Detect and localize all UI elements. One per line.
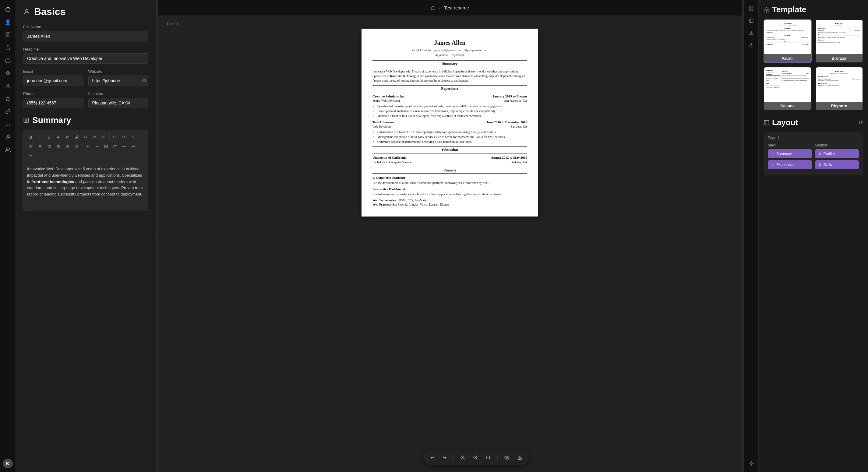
email-group: Email [23, 69, 84, 86]
email-input[interactable] [23, 75, 84, 86]
template-kakuna[interactable]: John Doe john@email.com Education Univer… [764, 67, 812, 111]
job-1-header: Creative Solutions Inc. January 2019 to … [372, 94, 527, 99]
ordered-list-btn[interactable]: 1.2.3. [72, 142, 81, 151]
profile-nav-icon[interactable]: 👤 [2, 17, 13, 27]
layout-icon[interactable] [746, 16, 756, 26]
share-nav-icon[interactable] [2, 42, 13, 53]
phone-input[interactable] [23, 98, 84, 108]
svg-point-12 [26, 9, 28, 12]
image-btn[interactable] [102, 142, 110, 151]
zoom-out-button[interactable] [472, 454, 479, 461]
eye-button[interactable] [503, 454, 510, 461]
link-btn[interactable] [72, 133, 81, 141]
mention-btn[interactable]: @ [63, 133, 71, 141]
headline-input[interactable] [23, 53, 148, 64]
toolbar-sep-2 [497, 454, 498, 461]
svg-point-78 [773, 154, 773, 154]
sidebar-column-label: Sidebar [815, 143, 859, 147]
svg-line-45 [464, 459, 464, 460]
download-right-icon[interactable] [746, 28, 756, 38]
layout-profiles-item[interactable]: Profiles [815, 149, 859, 158]
redo-button[interactable]: ↪ [441, 453, 448, 462]
layout-title-row: Layout [764, 118, 798, 127]
middle-panel: / Test resume Page 1 James Allen (555) 1… [158, 0, 742, 472]
home-nav-icon[interactable] [2, 4, 13, 14]
svg-point-53 [506, 457, 507, 458]
copy-btn[interactable]: ⧉ [90, 133, 99, 141]
link-nav-icon[interactable] [2, 106, 13, 117]
breadcrumb-separator: / [439, 5, 440, 10]
user-nav-icon[interactable] [2, 81, 13, 91]
svg-point-82 [773, 164, 773, 164]
outdent-btn[interactable]: ⇤ [84, 142, 92, 151]
headline-group: Headline [23, 47, 148, 64]
code-btn[interactable]: <> [81, 133, 90, 141]
puzzle-nav-icon[interactable] [2, 68, 13, 78]
drag-icon [771, 152, 775, 156]
main-column: Main Summary Experience [768, 143, 812, 171]
phone-label: Phone [23, 91, 84, 96]
indent-btn[interactable]: ⇥ [93, 142, 101, 151]
website-input[interactable] [88, 75, 149, 86]
layout-box: Page 1 Main Summary Experience S [764, 131, 863, 176]
fit-button[interactable] [485, 454, 492, 461]
star-nav-icon[interactable] [2, 93, 13, 104]
layout-reset-button[interactable]: ↺ [859, 119, 863, 126]
home-header-icon[interactable] [431, 5, 436, 10]
redo-editor-btn[interactable]: ↪ [27, 151, 35, 160]
h3-btn[interactable]: H3 [120, 133, 128, 141]
sun-icon[interactable] [746, 459, 756, 468]
hr-btn[interactable]: — [120, 142, 128, 151]
zoom-in-button[interactable] [459, 454, 466, 461]
full-name-input[interactable] [23, 31, 148, 41]
share-right-icon[interactable] [746, 40, 756, 50]
align-justify-btn[interactable] [54, 142, 62, 151]
group-nav-icon[interactable] [2, 144, 13, 155]
paragraph-btn[interactable]: ¶ [129, 133, 138, 141]
layout-experience-item[interactable]: Experience [768, 160, 812, 169]
download-button[interactable] [516, 454, 523, 461]
h2-btn[interactable]: H2 [111, 133, 119, 141]
chart-nav-icon[interactable] [2, 119, 13, 130]
main-column-label: Main [768, 143, 812, 147]
bullet-list-btn[interactable] [63, 142, 71, 151]
align-left-btn[interactable] [27, 142, 35, 151]
template-bronzor[interactable]: John Doe jan 2019 to Present Experience … [815, 19, 863, 63]
undo-editor-btn[interactable]: ↩ [129, 142, 138, 151]
layout-skills-item[interactable]: Skills [815, 160, 859, 169]
svg-point-97 [819, 166, 819, 166]
tools-nav-icon[interactable] [2, 131, 13, 143]
template-azurill-name: Azurill [764, 54, 811, 62]
location-input[interactable] [88, 98, 149, 108]
svg-point-98 [820, 166, 820, 166]
document-nav-icon[interactable] [2, 29, 13, 40]
italic-btn[interactable]: I [36, 133, 44, 141]
left-panel: Basics Full Name Headline Email Website … [16, 0, 156, 472]
summary-icon [23, 117, 29, 123]
grid-icon[interactable] [746, 4, 756, 13]
template-rhyhorn[interactable]: John Doe San Francisco · john@email.com … [815, 67, 863, 111]
summary-title: Summary [32, 116, 71, 125]
resume-experience-title: Experience [372, 85, 527, 92]
template-azurill[interactable]: John Doe john@email.com · (555) 123-4567… [764, 19, 812, 63]
svg-point-75 [772, 153, 772, 153]
user-avatar[interactable]: IC [3, 459, 13, 468]
underline-btn[interactable]: A [54, 133, 62, 141]
svg-point-51 [486, 456, 490, 459]
drag-icon-2 [771, 163, 775, 166]
full-name-label: Full Name [23, 25, 148, 29]
media-btn[interactable] [111, 142, 119, 151]
summary-editor[interactable]: Innovative Web Developer with 5 years of… [23, 162, 148, 211]
job-1-sub: Senior Web Developer San Francisco, CA [372, 99, 527, 103]
h1-btn[interactable]: H1 [100, 133, 108, 141]
svg-point-91 [819, 155, 819, 155]
project-1-desc: Led the development of a full-stack e-co… [372, 181, 527, 185]
align-center-btn[interactable] [36, 142, 44, 151]
svg-text:3.: 3. [75, 147, 76, 148]
layout-summary-item[interactable]: Summary [768, 149, 812, 158]
strikethrough-btn[interactable]: S [45, 133, 53, 141]
briefcase-nav-icon[interactable] [2, 55, 13, 66]
bold-btn[interactable]: B [27, 133, 35, 141]
undo-button[interactable]: ↩ [429, 453, 436, 462]
align-right-btn[interactable] [45, 142, 53, 151]
